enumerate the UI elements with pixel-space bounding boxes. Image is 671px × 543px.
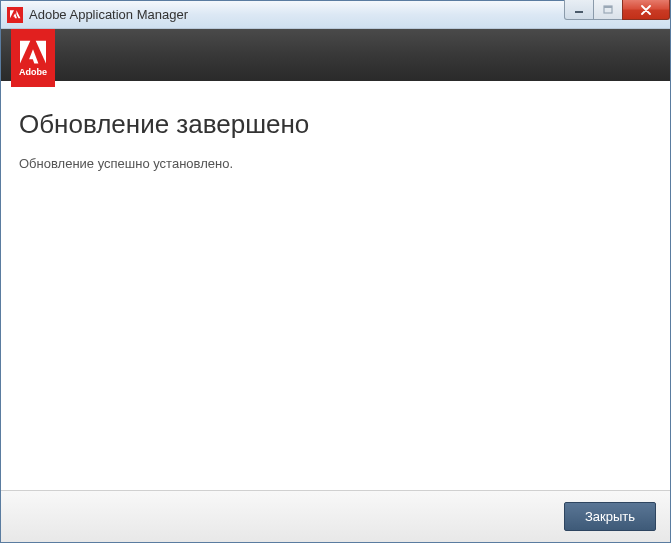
svg-rect-2 [604,6,612,8]
adobe-logo: Adobe [11,29,55,87]
svg-rect-0 [575,11,583,13]
adobe-icon [7,7,23,23]
adobe-logo-text: Adobe [19,67,47,77]
page-title: Обновление завершено [19,109,652,140]
content-area: Обновление завершено Обновление успешно … [1,81,670,490]
minimize-button[interactable] [564,0,594,20]
close-window-button[interactable] [622,0,670,20]
window-controls [565,0,670,20]
close-button[interactable]: Закрыть [564,502,656,531]
window-title: Adobe Application Manager [29,7,188,22]
titlebar[interactable]: Adobe Application Manager [1,1,670,29]
maximize-button[interactable] [593,0,623,20]
header-bar: Adobe [1,29,670,81]
application-window: Adobe Application Manager Adobe Обновлен… [0,0,671,543]
footer: Закрыть [1,490,670,542]
status-message: Обновление успешно установлено. [19,156,652,171]
